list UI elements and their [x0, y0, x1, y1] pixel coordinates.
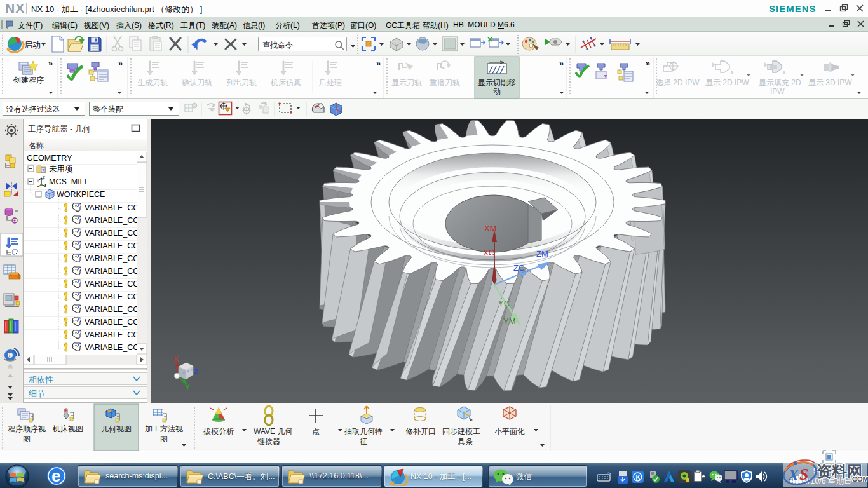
svg-text:»: »: [646, 58, 650, 68]
svg-text:修补开口: 修补开口: [405, 427, 436, 436]
svg-text:2: 2: [42, 168, 44, 173]
svg-text:加工方法视: 加工方法视: [145, 424, 183, 433]
svg-text:Y: Y: [37, 179, 39, 182]
svg-text:VARIABLE_CC: VARIABLE_CC: [85, 318, 137, 327]
svg-text:»: »: [118, 58, 123, 68]
svg-text:小平面化: 小平面化: [494, 427, 525, 436]
svg-text:»: »: [376, 58, 381, 68]
svg-text:选择 2D IPW: 选择 2D IPW: [656, 78, 700, 87]
svg-text:VARIABLE_CC: VARIABLE_CC: [85, 229, 137, 238]
svg-text:VARIABLE_CC: VARIABLE_CC: [85, 343, 137, 352]
svg-text:VARIABLE_CC: VARIABLE_CC: [85, 280, 137, 288]
svg-text:后处理: 后处理: [319, 78, 342, 87]
svg-text:VARIABLE_CC: VARIABLE_CC: [85, 241, 137, 250]
svg-text:IPW: IPW: [770, 87, 785, 96]
svg-text:创建程序: 创建程序: [13, 76, 44, 85]
svg-text:列出刀轨: 列出刀轨: [226, 78, 257, 87]
svg-text:几何视图: 几何视图: [101, 424, 132, 433]
svg-text:显示 3D IPW: 显示 3D IPW: [808, 78, 852, 87]
svg-text:VARIABLE_CC: VARIABLE_CC: [85, 292, 137, 301]
svg-text:显示 2D IPW: 显示 2D IPW: [705, 78, 749, 87]
svg-text:显示填充 2D: 显示填充 2D: [759, 78, 801, 87]
svg-text:VARIABLE_CC: VARIABLE_CC: [85, 254, 137, 263]
svg-text:X: X: [173, 355, 179, 363]
svg-text:MCS_MILL: MCS_MILL: [49, 177, 89, 186]
svg-text:生成刀轨: 生成刀轨: [137, 78, 168, 87]
svg-text:e: e: [51, 466, 60, 485]
svg-text:X: X: [787, 466, 799, 484]
svg-text:Y: Y: [185, 383, 190, 392]
svg-text:VARIABLE_CC: VARIABLE_CC: [85, 267, 137, 276]
svg-text:机床仿真: 机床仿真: [270, 78, 301, 87]
svg-text:VARIABLE_CC: VARIABLE_CC: [85, 216, 137, 225]
svg-text:VARIABLE_CC: VARIABLE_CC: [85, 305, 137, 314]
svg-text:征: 征: [360, 437, 367, 446]
svg-text:显示刀轨: 显示刀轨: [391, 78, 422, 87]
svg-text:Z: Z: [194, 367, 198, 376]
svg-text:启动: 启动: [24, 40, 41, 50]
svg-text:抽取几何特: 抽取几何特: [344, 427, 383, 436]
svg-text:K: K: [636, 474, 641, 481]
svg-text:WORKPIECE: WORKPIECE: [57, 190, 105, 199]
svg-text:VARIABLE_CC: VARIABLE_CC: [85, 203, 137, 212]
svg-text:具条: 具条: [458, 437, 473, 446]
svg-text:图: 图: [23, 435, 31, 444]
svg-text:WAVE 几何: WAVE 几何: [254, 427, 292, 436]
svg-text:程序顺序视: 程序顺序视: [8, 424, 46, 433]
svg-text:确认刀轨: 确认刀轨: [182, 78, 212, 87]
svg-text:显示切削移: 显示切削移: [478, 78, 516, 87]
svg-text:动: 动: [493, 87, 501, 96]
svg-text:链接器: 链接器: [257, 437, 280, 446]
svg-text:机床视图: 机床视图: [52, 424, 83, 433]
svg-text:拔模分析: 拔模分析: [203, 427, 234, 436]
svg-text:»: »: [48, 58, 53, 68]
svg-text:»: »: [559, 58, 564, 68]
svg-text:重播刀轨: 重播刀轨: [430, 78, 460, 87]
svg-text:图: 图: [160, 435, 168, 444]
svg-text:GEOMETRY: GEOMETRY: [27, 154, 72, 163]
svg-text:同步建模工: 同步建模工: [442, 427, 480, 436]
svg-text:点: 点: [312, 427, 320, 436]
svg-text:未用项: 未用项: [49, 165, 73, 173]
svg-text:Z: Z: [43, 175, 45, 179]
svg-text:S: S: [799, 465, 808, 484]
svg-text:VARIABLE_CC: VARIABLE_CC: [85, 330, 137, 339]
